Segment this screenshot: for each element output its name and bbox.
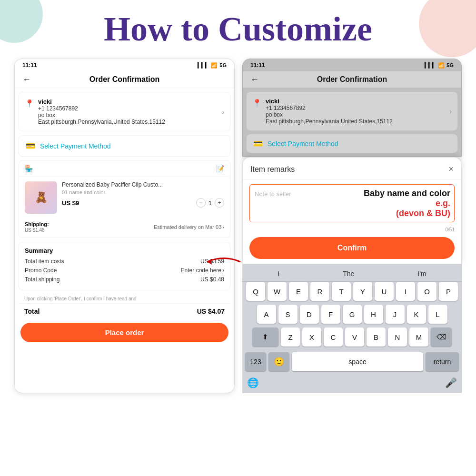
suggestion-i[interactable]: I (273, 269, 284, 278)
total-shipping-value: US $0.48 (200, 276, 224, 283)
key-z[interactable]: Z (281, 327, 300, 347)
key-v[interactable]: V (345, 327, 364, 347)
arrow-annotation (205, 252, 243, 271)
total-item-row: Total item costs US $3.59 (25, 258, 224, 265)
mic-icon[interactable]: 🎤 (445, 377, 457, 388)
return-key[interactable]: return (426, 352, 459, 371)
total-row: Total US $4.07 (19, 303, 230, 319)
key-j[interactable]: J (386, 305, 405, 324)
left-address-section[interactable]: 📍 vicki +1 1234567892 po box East pittsb… (19, 92, 230, 131)
annotation-line1: Baby name and color (364, 188, 450, 198)
key-d[interactable]: D (300, 305, 319, 324)
battery-icon: 5G (219, 62, 227, 68)
right-address-section[interactable]: 📍 vicki +1 1234567892 po box East pittsb… (247, 92, 457, 130)
key-t[interactable]: T (332, 282, 351, 301)
key-b[interactable]: B (367, 327, 386, 347)
key-q[interactable]: Q (246, 282, 265, 301)
right-battery-icon: 5G (446, 62, 454, 68)
left-status-icons: ▎▎▎ 📶 5G (198, 62, 227, 69)
space-key[interactable]: space (292, 352, 423, 371)
payment-icon: 💳 (26, 141, 35, 150)
key-p[interactable]: P (439, 282, 458, 301)
key-c[interactable]: C (324, 327, 343, 347)
address-po: po box (38, 112, 165, 119)
left-payment-section[interactable]: 💳 Select Payment Method (19, 135, 230, 157)
modal-close-button[interactable]: × (448, 164, 454, 174)
quantity-control[interactable]: − 1 + (196, 198, 224, 208)
key-f[interactable]: F (321, 305, 340, 324)
key-u[interactable]: U (375, 282, 394, 301)
total-value: US $4.07 (197, 307, 225, 315)
product-image: 🧸 (25, 181, 57, 214)
key-emoji[interactable]: 🙂 (268, 352, 289, 371)
backspace-key[interactable]: ⌫ (431, 327, 452, 347)
key-e[interactable]: E (289, 282, 308, 301)
key-y[interactable]: Y (353, 282, 372, 301)
right-address-city: East pittsburgh,Pennsylvania,United Stat… (266, 118, 393, 125)
key-i[interactable]: I (396, 282, 415, 301)
address-name: vicki (38, 98, 165, 105)
key-l[interactable]: L (428, 305, 447, 324)
note-overlay: Baby name and color e.g. (devon & BU) (364, 188, 450, 218)
right-status-icons: ▎▎▎ 📶 5G (425, 62, 454, 69)
annotation-line3: (devon & BU) (364, 208, 450, 218)
total-shipping-row: Total shipping US $0.48 (25, 276, 224, 283)
key-s[interactable]: S (278, 305, 298, 324)
left-nav-title: Order Confirmation (89, 75, 160, 84)
left-summary-section: Summary Total item costs US $3.59 Promo … (19, 242, 230, 290)
right-address-phone: +1 1234567892 (266, 105, 393, 111)
product-header: 🏪 📝 (19, 161, 230, 177)
keyboard: I The I'm Q W E R T Y U I O P A S D (242, 264, 462, 393)
item-remarks-modal: Item remarks × Note to seller Baby name … (242, 157, 462, 264)
modal-header: Item remarks × (243, 158, 461, 179)
modal-note-area[interactable]: Note to seller Baby name and color e.g. … (249, 184, 455, 222)
screenshots-container: 11:11 ▎▎▎ 📶 5G ← Order Confirmation 📍 vi… (0, 54, 476, 398)
keyboard-row-1: Q W E R T Y U I O P (242, 282, 462, 301)
total-item-label: Total item costs (25, 258, 64, 265)
product-row: 🧸 Personalized Baby Pacifier Clip Custo.… (19, 177, 230, 218)
right-address-name: vicki (266, 98, 393, 105)
left-status-time: 11:11 (22, 62, 37, 69)
store-icon: 🏪 (25, 165, 33, 172)
key-numbers[interactable]: 123 (245, 352, 266, 371)
key-g[interactable]: G (343, 305, 362, 324)
left-nav-bar: ← Order Confirmation (15, 71, 234, 88)
edit-notes-icon[interactable]: 📝 (216, 165, 224, 172)
key-o[interactable]: O (417, 282, 436, 301)
product-name: Personalized Baby Pacifier Clip Custo... (62, 181, 224, 188)
place-order-button[interactable]: Place order (20, 323, 228, 342)
key-a[interactable]: A (257, 305, 276, 324)
keyboard-suggestions-row: I The I'm (242, 266, 462, 282)
address-phone: +1 1234567892 (38, 105, 165, 112)
keyboard-bottom-row: 123 🙂 space return (242, 350, 462, 375)
qty-increase-button[interactable]: + (215, 198, 224, 208)
right-payment-section[interactable]: 💳 Select Payment Method (247, 134, 457, 153)
product-price-row: US $9 − 1 + (62, 198, 224, 208)
key-r[interactable]: R (310, 282, 329, 301)
shift-key[interactable]: ⬆ (252, 327, 278, 347)
right-back-button[interactable]: ← (250, 75, 259, 85)
qty-decrease-button[interactable]: − (196, 198, 206, 208)
payment-label: Select Payment Method (40, 142, 111, 150)
left-back-button[interactable]: ← (22, 75, 31, 85)
address-chevron-icon: › (222, 108, 224, 116)
right-panel: 11:11 ▎▎▎ 📶 5G ← Order Confirmation 📍 (242, 59, 462, 393)
keyboard-row-3: ⬆ Z X C V B N M ⌫ (242, 327, 462, 347)
key-m[interactable]: M (409, 327, 428, 347)
shipping-cost: US $1.48 (25, 228, 45, 233)
confirm-button[interactable]: Confirm (249, 237, 455, 259)
key-w[interactable]: W (268, 282, 287, 301)
key-h[interactable]: H (364, 305, 383, 324)
svg-marker-0 (207, 259, 212, 265)
suggestion-im[interactable]: I'm (413, 269, 431, 278)
promo-row[interactable]: Promo Code Enter code here › (25, 267, 224, 274)
address-city: East pittsburgh,Pennsylvania,United Stat… (38, 119, 165, 125)
globe-icon[interactable]: 🌐 (247, 377, 259, 388)
key-x[interactable]: X (302, 327, 321, 347)
wifi-icon: 📶 (211, 62, 218, 69)
left-product-section: 🏪 📝 🧸 Personalized Baby Pacifier Clip Cu… (19, 160, 230, 238)
key-k[interactable]: K (407, 305, 426, 324)
modal-title: Item remarks (250, 165, 295, 174)
key-n[interactable]: N (388, 327, 407, 347)
suggestion-the[interactable]: The (338, 269, 359, 278)
